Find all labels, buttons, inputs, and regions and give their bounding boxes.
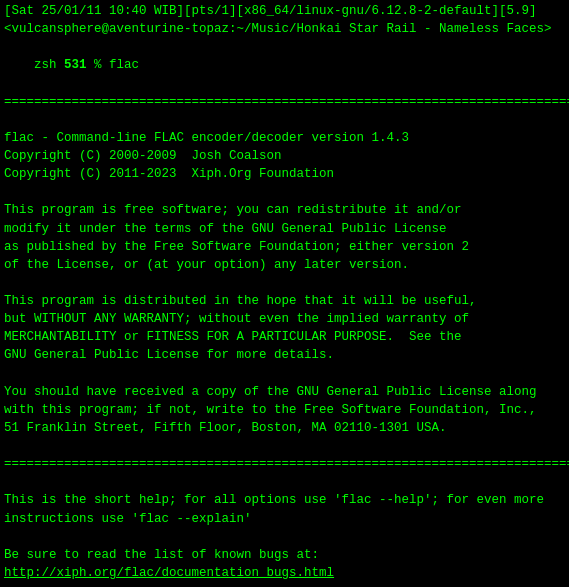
content-line: This program is distributed in the hope … xyxy=(4,292,565,310)
content-line: Copyright (C) 2011-2023 Xiph.Org Foundat… xyxy=(4,165,565,183)
prompt-symbol: % flac xyxy=(87,58,140,72)
header-line-1: [Sat 25/01/11 10:40 WIB][pts/1][x86_64/l… xyxy=(4,2,565,20)
content-line: This program is free software; you can r… xyxy=(4,201,565,219)
content-line: 51 Franklin Street, Fifth Floor, Boston,… xyxy=(4,419,565,437)
content-line: but WITHOUT ANY WARRANTY; without even t… xyxy=(4,310,565,328)
content-line: instructions use 'flac --explain' xyxy=(4,510,565,528)
content-line xyxy=(4,365,565,383)
content-line: MERCHANTABILITY or FITNESS FOR A PARTICU… xyxy=(4,328,565,346)
content-area: flac - Command-line FLAC encoder/decoder… xyxy=(4,111,565,587)
content-line xyxy=(4,183,565,201)
prompt-number: 531 xyxy=(64,58,87,72)
url-text[interactable]: http://xiph.org/flac/documentation_bugs.… xyxy=(4,566,334,580)
content-line: ========================================… xyxy=(4,455,565,473)
prompt-line: zsh 531 % flac xyxy=(4,38,565,92)
content-line: modify it under the terms of the GNU Gen… xyxy=(4,220,565,238)
content-line xyxy=(4,437,565,455)
terminal-window: [Sat 25/01/11 10:40 WIB][pts/1][x86_64/l… xyxy=(0,0,569,587)
content-line: http://xiph.org/flac/documentation_bugs.… xyxy=(4,564,565,582)
prompt-text: zsh xyxy=(34,58,64,72)
content-line xyxy=(4,582,565,587)
content-line: of the License, or (at your option) any … xyxy=(4,256,565,274)
content-line xyxy=(4,274,565,292)
content-line: You should have received a copy of the G… xyxy=(4,383,565,401)
separator-top: ========================================… xyxy=(4,93,565,111)
content-line: with this program; if not, write to the … xyxy=(4,401,565,419)
content-line: as published by the Free Software Founda… xyxy=(4,238,565,256)
content-line xyxy=(4,473,565,491)
content-line: Copyright (C) 2000-2009 Josh Coalson xyxy=(4,147,565,165)
content-line: GNU General Public License for more deta… xyxy=(4,346,565,364)
content-line: flac - Command-line FLAC encoder/decoder… xyxy=(4,129,565,147)
content-line xyxy=(4,528,565,546)
content-line: This is the short help; for all options … xyxy=(4,491,565,509)
content-line: Be sure to read the list of known bugs a… xyxy=(4,546,565,564)
content-line xyxy=(4,111,565,129)
header-line-2: <vulcansphere@aventurine-topaz:~/Music/H… xyxy=(4,20,565,38)
